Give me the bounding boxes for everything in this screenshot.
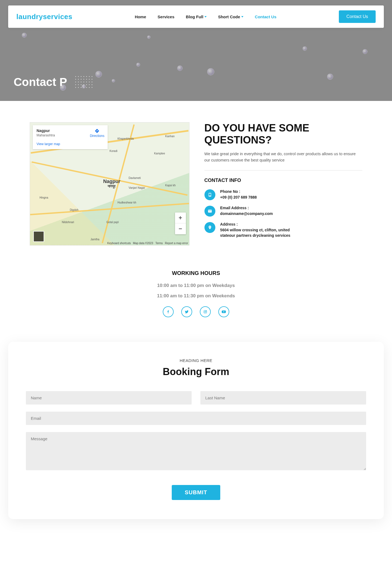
email-value: domainname@company.com (220, 211, 273, 217)
map-pin-icon (204, 222, 215, 233)
phone-info: Phone No : +09 (0) 207 689 7888 (204, 189, 362, 200)
svg-point-2 (206, 311, 206, 311)
facebook-link[interactable] (163, 306, 174, 317)
instagram-link[interactable] (200, 306, 211, 317)
map-center-sub: नागपूर (103, 184, 120, 188)
map-place-label: Jamtha (91, 238, 99, 241)
envelope-icon (204, 206, 215, 217)
map-place-label: Koradi (110, 149, 117, 152)
youtube-icon (222, 310, 226, 314)
map-place-label: Kanhan (165, 135, 174, 138)
youtube-link[interactable] (218, 306, 229, 317)
map-data-text: Map data ©2023 (133, 242, 153, 245)
address-value: 5604 willow crossing ct, clifton, united… (220, 227, 299, 238)
submit-button[interactable]: SUBMIT (172, 485, 221, 500)
nav-blog-full[interactable]: Blog Full (186, 14, 207, 19)
booking-form-card: HEADING HERE Booking Form SUBMIT (8, 342, 384, 519)
nav-label: Services (158, 14, 174, 19)
nav-links: Home Services Blog Full Short Code Conta… (135, 14, 276, 19)
phone-icon (204, 189, 215, 200)
hero-banner: laundryservices Home Services Blog Full … (0, 0, 392, 101)
zoom-in-button[interactable]: + (175, 212, 186, 223)
nav-label: Home (135, 14, 146, 19)
address-info: Address : 5604 willow crossing ct, clift… (204, 222, 362, 238)
directions-label: Directions (90, 134, 104, 138)
nav-services[interactable]: Services (158, 14, 174, 19)
contact-us-button[interactable]: Contact Us (339, 10, 376, 23)
nav-short-code[interactable]: Short Code (218, 14, 243, 19)
name-input[interactable] (26, 391, 192, 405)
map-satellite-toggle[interactable] (33, 231, 44, 242)
map-report-link[interactable]: Report a map error (165, 242, 188, 245)
twitter-link[interactable] (181, 306, 192, 317)
phone-label: Phone No : (220, 189, 257, 194)
map-place-label: Hudkeshwar kh (117, 201, 136, 204)
map-place-label: Digdoh (70, 208, 79, 211)
phone-value: +09 (0) 207 689 7888 (220, 195, 257, 200)
map-center-text: Nagpur (103, 179, 120, 184)
navbar: laundryservices Home Services Blog Full … (8, 5, 384, 28)
address-label: Address : (220, 222, 299, 226)
map-place-label: Davlameti (129, 176, 141, 179)
nav-contact-us[interactable]: Contact Us (255, 14, 276, 19)
map-shortcuts-link[interactable]: Keyboard shortcuts (107, 242, 131, 245)
brand-logo[interactable]: laundryservices (16, 13, 73, 21)
form-title: Booking Form (26, 366, 366, 378)
working-hours-title: WORKING HOURS (30, 270, 362, 276)
twitter-icon (185, 310, 189, 314)
email-info: Email Address : domainname@company.com (204, 206, 362, 217)
nav-label: Blog Full (186, 14, 203, 19)
questions-heading: DO YOU HAVE SOME QUESTIONS? (204, 122, 362, 146)
lastname-input[interactable] (200, 391, 366, 405)
svg-point-1 (205, 311, 206, 313)
nav-label: Contact Us (255, 14, 276, 19)
weekday-hours: 10:00 am to 11:00 pm on Weekdays (30, 283, 362, 288)
contact-info-heading: CONTACT INFO (204, 178, 362, 183)
map-place-label: Hingna (40, 196, 48, 199)
decorative-dots (75, 76, 93, 88)
form-eyebrow: HEADING HERE (26, 358, 366, 363)
chevron-down-icon (241, 16, 243, 17)
email-label: Email Address : (220, 206, 273, 210)
questions-desc: We take great pride in everything that w… (204, 151, 362, 170)
directions-icon (95, 128, 99, 133)
chevron-down-icon (204, 16, 207, 17)
map-place-label: Kapsi kh (165, 184, 176, 187)
view-larger-map-link[interactable]: View larger map (37, 142, 104, 146)
zoom-out-button[interactable]: − (175, 223, 186, 234)
instagram-icon (203, 310, 207, 314)
weekend-hours: 11:00 am to 11:30 pm on Weekends (30, 293, 362, 299)
map-terms-link[interactable]: Terms (155, 242, 163, 245)
map-embed[interactable]: Dhapewada Khaperkheda Koradi Kamptee Kan… (30, 122, 189, 245)
map-place-label: Khaperkheda (117, 137, 134, 140)
map-place-label: Vanjari Nagar (129, 186, 145, 189)
nav-label: Short Code (218, 14, 240, 19)
email-input[interactable] (26, 412, 366, 425)
facebook-icon (166, 310, 170, 314)
message-input[interactable] (26, 432, 366, 470)
map-attribution: Keyboard shortcuts Map data ©2023 Terms … (107, 242, 188, 245)
directions-link[interactable]: Directions (90, 128, 104, 138)
map-info-card: Nagpur Maharashtra Directions View large… (33, 125, 108, 149)
map-center-label: Nagpur नागपूर (103, 179, 120, 188)
page-title: Contact P (14, 76, 67, 89)
map-place-label: Nildohnari (62, 221, 74, 224)
map-place-label: Kamptee (154, 152, 165, 155)
map-zoom-controls: + − (175, 212, 186, 234)
map-place-label: Gotal pajri (106, 221, 119, 224)
nav-home[interactable]: Home (135, 14, 146, 19)
